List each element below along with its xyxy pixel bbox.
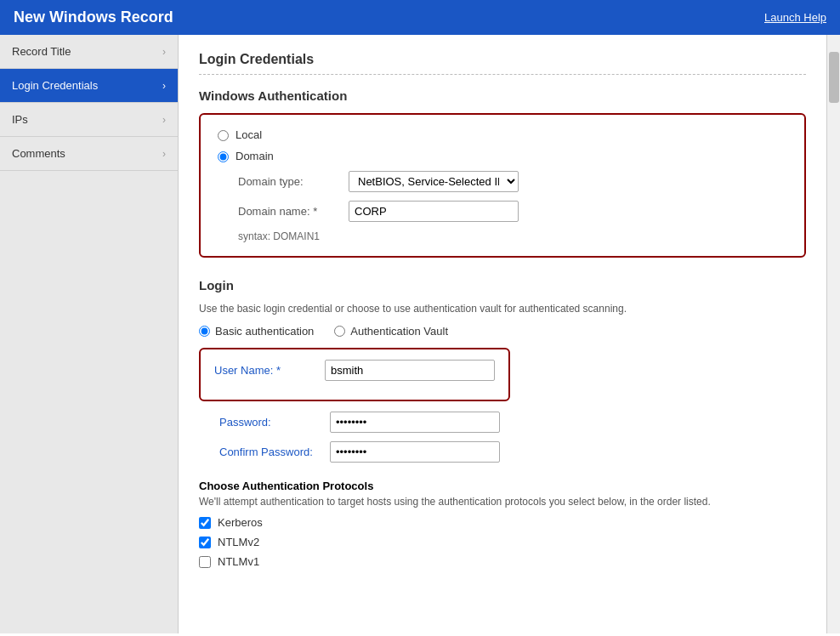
auth-vault-label: Authentication Vault — [350, 325, 448, 338]
launch-help-link[interactable]: Launch Help — [764, 11, 826, 24]
windows-auth-heading: Windows Authentication — [199, 88, 806, 103]
ntlmv2-checkbox-row: NTLMv2 — [199, 536, 806, 548]
domain-name-input[interactable] — [349, 201, 519, 222]
domain-name-syntax-hint: syntax: DOMAIN1 — [238, 230, 787, 242]
domain-type-row: Domain type: NetBIOS, Service-Selected I… — [238, 171, 787, 192]
local-radio[interactable] — [218, 130, 229, 141]
login-heading: Login — [199, 278, 806, 292]
basic-auth-label: Basic authentication — [215, 325, 314, 338]
protocols-description: We'll attempt authentication to target h… — [199, 496, 806, 508]
password-input[interactable] — [330, 412, 500, 433]
page-title: New Windows Record — [14, 9, 173, 26]
sidebar-item-comments-label: Comments — [12, 147, 65, 160]
confirm-password-input[interactable] — [330, 441, 500, 463]
chevron-right-icon: › — [162, 80, 166, 92]
chevron-right-icon: › — [162, 148, 166, 160]
password-row: Password: — [219, 412, 806, 433]
scrollbar[interactable] — [826, 35, 840, 633]
domain-type-select[interactable]: NetBIOS, Service-Selected IPs — [349, 171, 519, 192]
auth-protocols-section: Choose Authentication Protocols We'll at… — [199, 480, 806, 568]
basic-auth-radio-item: Basic authentication — [199, 325, 314, 338]
password-label: Password: — [219, 416, 330, 429]
sidebar-item-ips-label: IPs — [12, 113, 28, 126]
ntlmv1-checkbox-row: NTLMv1 — [199, 555, 806, 568]
ntlmv1-checkbox[interactable] — [199, 556, 211, 568]
password-rows: Password: Confirm Password: — [199, 412, 806, 463]
domain-radio-row: Domain — [218, 150, 787, 162]
domain-name-label: Domain name: * — [238, 205, 349, 218]
sidebar: Record Title › Login Credentials › IPs ›… — [0, 35, 179, 633]
main-content-area: Login Credentials Windows Authentication… — [179, 35, 826, 633]
sidebar-item-record-title[interactable]: Record Title › — [0, 35, 178, 69]
main-layout: Record Title › Login Credentials › IPs ›… — [0, 35, 840, 633]
login-section: Login Use the basic login credential or … — [199, 278, 806, 463]
username-input[interactable] — [325, 360, 495, 381]
domain-type-select-wrap: NetBIOS, Service-Selected IPs — [349, 171, 519, 192]
username-row: User Name: * — [214, 360, 495, 381]
ntlmv2-checkbox[interactable] — [199, 537, 211, 548]
login-type-radio-row: Basic authentication Authentication Vaul… — [199, 325, 806, 338]
ntlmv2-label: NTLMv2 — [218, 536, 259, 548]
sidebar-item-login-credentials-label: Login Credentials — [12, 79, 98, 92]
app-header: New Windows Record Launch Help — [0, 0, 840, 35]
kerberos-checkbox-row: Kerberos — [199, 516, 806, 529]
chevron-right-icon: › — [162, 114, 166, 126]
sidebar-item-record-title-label: Record Title — [12, 45, 71, 58]
username-label: User Name: * — [214, 364, 325, 377]
ntlmv1-label: NTLMv1 — [218, 555, 259, 568]
section-heading: Login Credentials — [199, 52, 806, 75]
domain-radio-label: Domain — [236, 150, 274, 162]
login-description: Use the basic login credential or choose… — [199, 303, 806, 315]
auth-vault-radio-item: Authentication Vault — [334, 325, 448, 338]
confirm-password-label: Confirm Password: — [219, 446, 330, 458]
confirm-password-row: Confirm Password: — [219, 441, 806, 463]
sidebar-item-ips[interactable]: IPs › — [0, 103, 178, 137]
kerberos-label: Kerberos — [218, 516, 263, 529]
local-radio-label: Local — [236, 128, 262, 141]
protocols-title: Choose Authentication Protocols — [199, 480, 806, 492]
domain-type-label: Domain type: — [238, 175, 349, 188]
chevron-right-icon: › — [162, 46, 166, 58]
username-box: User Name: * — [199, 348, 510, 401]
kerberos-checkbox[interactable] — [199, 517, 211, 529]
windows-auth-box: Local Domain Domain type: NetBIOS, Servi… — [199, 113, 806, 258]
domain-radio[interactable] — [218, 151, 229, 162]
local-radio-row: Local — [218, 128, 787, 141]
scrollbar-thumb[interactable] — [829, 52, 839, 103]
auth-vault-radio[interactable] — [334, 326, 345, 337]
domain-name-row: Domain name: * — [238, 201, 787, 222]
sidebar-item-login-credentials[interactable]: Login Credentials › — [0, 69, 178, 103]
sidebar-item-comments[interactable]: Comments › — [0, 137, 178, 171]
basic-auth-radio[interactable] — [199, 326, 210, 337]
